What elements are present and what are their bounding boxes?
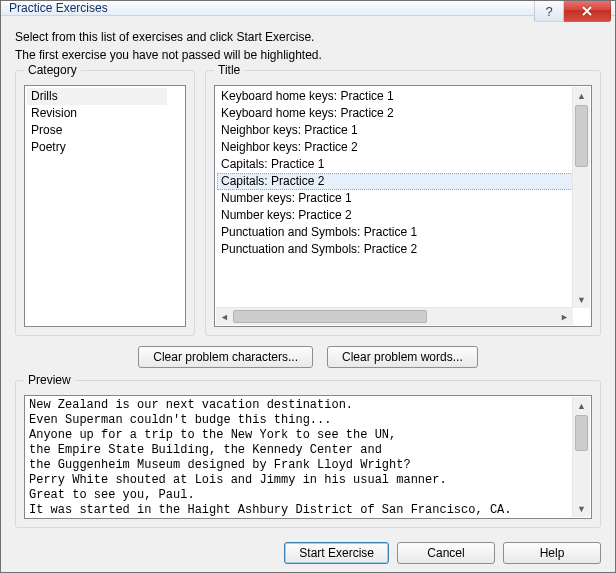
instructions: Select from this list of exercises and c… [15, 28, 601, 64]
button-label: Start Exercise [299, 546, 374, 560]
category-group-label: Category [24, 63, 81, 77]
clear-problem-words-button[interactable]: Clear problem words... [327, 346, 478, 368]
preview-group: Preview New Zealand is our next vacation… [15, 380, 601, 528]
start-exercise-button[interactable]: Start Exercise [284, 542, 389, 564]
clear-buttons-row: Clear problem characters... Clear proble… [15, 346, 601, 368]
instruction-line-1: Select from this list of exercises and c… [15, 28, 601, 46]
list-item[interactable]: Drills [27, 88, 167, 105]
title-group: Title Keyboard home keys: Practice 1Keyb… [205, 70, 601, 336]
preview-text: New Zealand is our next vacation destina… [29, 398, 571, 518]
scroll-thumb[interactable] [575, 105, 588, 167]
help-icon[interactable]: ? [534, 1, 564, 22]
lists-row: Category DrillsRevisionProsePoetry Title… [15, 70, 601, 336]
instruction-line-2: The first exercise you have not passed w… [15, 46, 601, 64]
scroll-down-icon[interactable]: ▼ [573, 500, 590, 517]
titlebar: Practice Exercises ? [1, 1, 615, 16]
list-item[interactable]: Neighbor keys: Practice 2 [217, 139, 573, 156]
button-label: Clear problem words... [342, 350, 463, 364]
preview-vertical-scrollbar[interactable]: ▲ ▼ [572, 397, 590, 517]
list-item[interactable]: Capitals: Practice 1 [217, 156, 573, 173]
scroll-right-icon[interactable]: ► [556, 308, 573, 325]
list-item[interactable]: Punctuation and Symbols: Practice 1 [217, 224, 573, 241]
scroll-up-icon[interactable]: ▲ [573, 87, 590, 104]
list-item[interactable]: Prose [27, 122, 167, 139]
list-item[interactable]: Number keys: Practice 2 [217, 207, 573, 224]
title-horizontal-scrollbar[interactable]: ◄ ► [216, 307, 573, 325]
list-item[interactable]: Neighbor keys: Practice 1 [217, 122, 573, 139]
dialog-buttons-row: Start Exercise Cancel Help [15, 542, 601, 564]
close-button[interactable] [564, 1, 611, 22]
title-group-label: Title [214, 63, 244, 77]
list-item[interactable]: Keyboard home keys: Practice 2 [217, 105, 573, 122]
title-vertical-scrollbar[interactable]: ▲ ▼ [572, 87, 590, 308]
window-title: Practice Exercises [9, 1, 108, 15]
practice-exercises-dialog: Practice Exercises ? Select from this li… [0, 0, 616, 573]
clear-problem-characters-button[interactable]: Clear problem characters... [138, 346, 313, 368]
list-item[interactable]: Capitals: Practice 2 [217, 173, 573, 190]
button-label: Clear problem characters... [153, 350, 298, 364]
preview-group-label: Preview [24, 373, 75, 387]
category-listbox[interactable]: DrillsRevisionProsePoetry [24, 85, 186, 327]
button-label: Cancel [427, 546, 464, 560]
help-button[interactable]: Help [503, 542, 601, 564]
list-item[interactable]: Number keys: Practice 1 [217, 190, 573, 207]
list-item[interactable]: Punctuation and Symbols: Practice 2 [217, 241, 573, 258]
window-buttons: ? [534, 1, 611, 22]
list-item[interactable]: Revision [27, 105, 167, 122]
button-label: Help [540, 546, 565, 560]
scroll-thumb[interactable] [575, 415, 588, 451]
scroll-up-icon[interactable]: ▲ [573, 397, 590, 414]
hscroll-track[interactable] [233, 308, 556, 325]
scroll-down-icon[interactable]: ▼ [573, 291, 590, 308]
scroll-left-icon[interactable]: ◄ [216, 308, 233, 325]
list-item[interactable]: Poetry [27, 139, 167, 156]
category-group: Category DrillsRevisionProsePoetry [15, 70, 195, 336]
cancel-button[interactable]: Cancel [397, 542, 495, 564]
dialog-body: Select from this list of exercises and c… [1, 16, 615, 573]
close-icon [581, 6, 593, 16]
hscroll-thumb[interactable] [233, 310, 427, 323]
preview-textbox[interactable]: New Zealand is our next vacation destina… [24, 395, 592, 519]
list-item[interactable]: Keyboard home keys: Practice 1 [217, 88, 573, 105]
help-glyph: ? [545, 4, 552, 19]
title-listbox[interactable]: Keyboard home keys: Practice 1Keyboard h… [214, 85, 592, 327]
